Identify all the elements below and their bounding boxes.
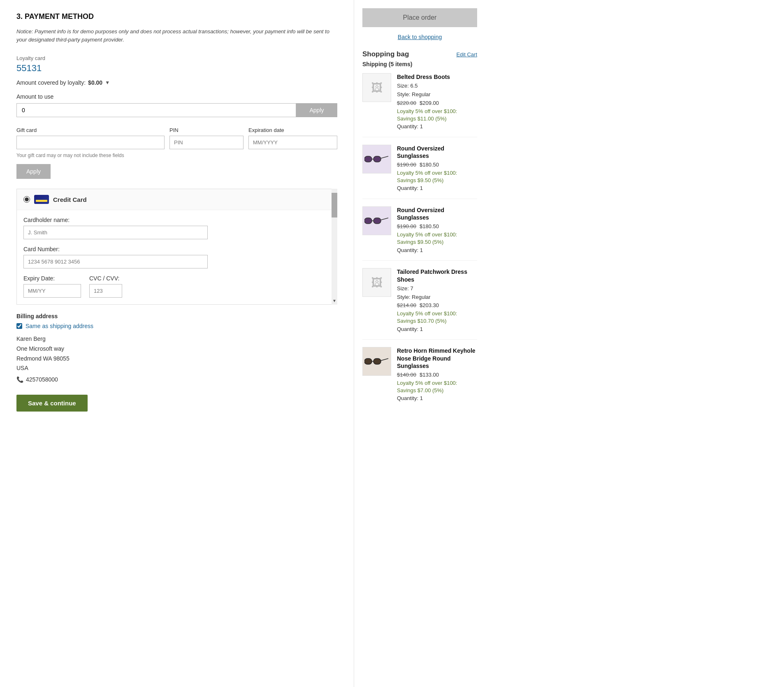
- amount-use-input[interactable]: [16, 103, 296, 117]
- svg-rect-5: [364, 218, 372, 224]
- original-price: $220.00: [397, 99, 416, 108]
- original-price: $190.00: [397, 161, 416, 169]
- item-name: Belted Dress Boots: [397, 73, 477, 81]
- same-as-shipping-label: Same as shipping address: [26, 323, 93, 329]
- same-as-shipping-checkbox[interactable]: [16, 323, 22, 329]
- credit-card-radio[interactable]: [23, 196, 30, 203]
- product-image: [362, 145, 391, 173]
- item-quantity: Quantity: 1: [397, 325, 477, 334]
- product-image-placeholder: 🖼: [362, 268, 391, 297]
- section-title: 3. PAYMENT METHOD: [16, 12, 337, 21]
- svg-rect-10: [364, 359, 372, 364]
- billing-address: Karen Berg One Microsoft way Redmond WA …: [16, 334, 337, 385]
- loyalty-section: Loyalty card 55131 Amount covered by loy…: [16, 55, 337, 117]
- svg-rect-0: [364, 156, 372, 162]
- cart-item: Round Oversized Sunglasses $190.00 $180.…: [362, 206, 477, 261]
- shopping-bag-header: Shopping bag Edit Cart: [362, 50, 477, 58]
- edit-cart-link[interactable]: Edit Cart: [456, 51, 477, 58]
- pin-input[interactable]: [169, 136, 244, 149]
- payment-header: Credit Card: [17, 189, 337, 210]
- cvc-input[interactable]: [89, 284, 122, 298]
- item-meta: Size: 7Style: Regular $214.00 $203.30 Lo…: [397, 285, 477, 334]
- expiry-input[interactable]: [23, 284, 81, 298]
- sale-price: $180.50: [420, 161, 439, 169]
- loyalty-savings: Loyalty 5% off over $100: Savings $7.00 …: [397, 379, 477, 394]
- price-row: $214.00 $203.30: [397, 301, 477, 310]
- item-meta: Size: 6.5Style: Regular $220.00 $209.00 …: [397, 82, 477, 131]
- cardholder-input[interactable]: [23, 226, 208, 239]
- expiration-input[interactable]: [248, 136, 337, 149]
- svg-rect-1: [373, 156, 381, 162]
- save-continue-button[interactable]: Save & continue: [16, 395, 88, 412]
- phone-icon: 📞: [16, 375, 23, 385]
- item-size: Size: 6.5: [397, 82, 477, 90]
- pin-label: PIN: [169, 127, 244, 133]
- payment-body: Cardholder name: Card Number: Expiry Dat…: [17, 210, 337, 304]
- item-style: Style: Regular: [397, 293, 477, 302]
- product-image: [362, 206, 391, 235]
- bag-title: Shopping bag: [362, 50, 409, 58]
- cart-item: Round Oversized Sunglasses $190.00 $180.…: [362, 145, 477, 199]
- cart-item: 🖼 Belted Dress Boots Size: 6.5Style: Reg…: [362, 73, 477, 137]
- cart-item: 🖼 Tailored Patchwork Dress Shoes Size: 7…: [362, 268, 477, 340]
- scrollbar-track: ▼: [332, 189, 337, 305]
- loyalty-savings: Loyalty 5% off over $100: Savings $9.50 …: [397, 231, 477, 246]
- item-meta: $190.00 $180.50 Loyalty 5% off over $100…: [397, 161, 477, 193]
- item-size: Size: 7: [397, 285, 477, 293]
- item-style: Style: Regular: [397, 90, 477, 99]
- loyalty-savings: Loyalty 5% off over $100: Savings $11.00…: [397, 108, 477, 123]
- payment-section: Credit Card Cardholder name: Card Number…: [16, 189, 337, 305]
- svg-line-8: [381, 218, 388, 220]
- amount-covered: Amount covered by loyalty: $0.00 ▼: [16, 79, 337, 86]
- item-meta: $140.00 $133.00 Loyalty 5% off over $100…: [397, 371, 477, 403]
- chevron-down-icon[interactable]: ▼: [105, 80, 110, 86]
- item-details: Tailored Patchwork Dress Shoes Size: 7St…: [397, 268, 477, 333]
- billing-title: Billing address: [16, 313, 337, 319]
- item-name: Round Oversized Sunglasses: [397, 206, 477, 221]
- product-image-placeholder: 🖼: [362, 73, 391, 102]
- billing-phone: 4257058000: [26, 375, 58, 385]
- price-row: $190.00 $180.50: [397, 222, 477, 231]
- sale-price: $180.50: [420, 222, 439, 231]
- payment-notice: Notice: Payment info is for demo purpose…: [16, 28, 337, 44]
- place-order-button[interactable]: Place order: [362, 8, 477, 27]
- gift-card-input[interactable]: [16, 136, 165, 149]
- item-details: Belted Dress Boots Size: 6.5Style: Regul…: [397, 73, 477, 131]
- credit-card-icon: [34, 195, 49, 204]
- gift-card-label: Gift card: [16, 127, 165, 133]
- shipping-label: Shipping (5 items): [362, 61, 477, 67]
- amount-use-label: Amount to use: [16, 93, 337, 100]
- original-price: $214.00: [397, 301, 416, 310]
- item-quantity: Quantity: 1: [397, 246, 477, 255]
- gift-note: Your gift card may or may not include th…: [16, 153, 337, 158]
- card-number-input[interactable]: [23, 255, 208, 268]
- item-name: Round Oversized Sunglasses: [397, 145, 477, 160]
- item-name: Tailored Patchwork Dress Shoes: [397, 268, 477, 283]
- scrollbar-thumb[interactable]: [332, 193, 337, 217]
- price-row: $220.00 $209.00: [397, 99, 477, 108]
- loyalty-card-label: Loyalty card: [16, 55, 337, 61]
- expiry-label: Expiry Date:: [23, 275, 81, 282]
- item-details: Retro Horn Rimmed Keyhole Nose Bridge Ro…: [397, 347, 477, 403]
- sale-price: $209.00: [420, 99, 439, 108]
- card-number-label: Card Number:: [23, 246, 330, 252]
- item-details: Round Oversized Sunglasses $190.00 $180.…: [397, 206, 477, 254]
- original-price: $140.00: [397, 371, 416, 379]
- sale-price: $133.00: [420, 371, 439, 379]
- loyalty-savings: Loyalty 5% off over $100: Savings $10.70…: [397, 310, 477, 325]
- product-image: [362, 347, 391, 376]
- scroll-down-icon[interactable]: ▼: [332, 298, 336, 303]
- image-placeholder-icon: 🖼: [371, 276, 383, 289]
- price-row: $140.00 $133.00: [397, 371, 477, 379]
- gift-card-apply-button[interactable]: Apply: [16, 164, 51, 179]
- item-quantity: Quantity: 1: [397, 123, 477, 131]
- item-name: Retro Horn Rimmed Keyhole Nose Bridge Ro…: [397, 347, 477, 370]
- item-details: Round Oversized Sunglasses $190.00 $180.…: [397, 145, 477, 193]
- cvc-label: CVC / CVV:: [89, 275, 122, 282]
- svg-line-3: [381, 156, 388, 158]
- loyalty-apply-button[interactable]: Apply: [296, 103, 337, 117]
- price-row: $190.00 $180.50: [397, 161, 477, 169]
- billing-address-line2: Redmond WA 98055: [16, 354, 337, 364]
- back-to-shopping-link[interactable]: Back to shopping: [362, 34, 477, 40]
- item-quantity: Quantity: 1: [397, 394, 477, 403]
